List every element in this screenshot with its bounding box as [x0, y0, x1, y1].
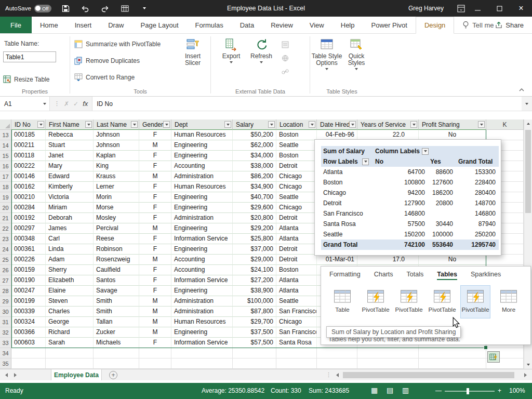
column-header-salary[interactable]: Salary [233, 119, 276, 130]
cell[interactable]: Accounting [171, 161, 233, 171]
qa-button-pivottable-2[interactable]: PivotTable [394, 285, 424, 318]
cell[interactable]: $62,000 [233, 140, 276, 151]
row-header[interactable]: 29 [0, 296, 11, 307]
cell[interactable]: Michaels [94, 338, 139, 348]
cell[interactable]: F [139, 338, 171, 348]
cell[interactable]: $86,200 [233, 171, 276, 182]
cell[interactable]: Chicago [276, 171, 317, 182]
save-button[interactable] [60, 1, 71, 16]
cell[interactable]: 000603 [11, 338, 46, 348]
cell[interactable]: Charles [46, 307, 94, 317]
cell[interactable]: F [139, 130, 171, 140]
cell[interactable]: Engineering [171, 151, 233, 161]
cell[interactable]: 000210 [11, 192, 46, 203]
filter-button[interactable] [422, 148, 429, 155]
cell[interactable]: Human Resources [171, 317, 233, 327]
page-break-view-button[interactable]: ▥ [402, 386, 409, 394]
cell[interactable]: F [139, 213, 171, 223]
quick-analysis-button[interactable] [487, 351, 500, 363]
cell[interactable]: Santos [94, 275, 139, 286]
column-header-gender[interactable]: Gender [139, 119, 171, 130]
cell[interactable]: Stuart [46, 140, 94, 151]
select-all-corner[interactable] [0, 119, 11, 130]
cell[interactable]: Chicago [276, 317, 317, 327]
horizontal-scroll-thumb[interactable] [343, 372, 514, 378]
cell[interactable]: $29,000 [233, 255, 276, 265]
cell[interactable]: Boston [276, 265, 317, 275]
collapse-ribbon-button[interactable] [518, 88, 525, 92]
cell[interactable]: Atlanta [276, 275, 317, 286]
cell[interactable]: F [139, 161, 171, 171]
qa-tab-tables[interactable]: Tables [437, 271, 457, 280]
cell[interactable]: 000226 [11, 255, 46, 265]
cell[interactable]: Chicago [276, 182, 317, 192]
cell[interactable]: San Francisco [276, 307, 317, 317]
cell[interactable]: Administration [171, 171, 233, 182]
row-header[interactable]: 15 [0, 151, 11, 161]
cell[interactable]: $29,600 [233, 203, 276, 213]
cell[interactable] [276, 358, 317, 369]
cell[interactable]: 000146 [11, 171, 46, 182]
ribbon-tab-insert[interactable]: Insert [66, 17, 100, 33]
cell[interactable]: Information Service [171, 275, 233, 286]
cell[interactable]: Reese [94, 234, 139, 244]
cell[interactable]: M [139, 317, 171, 327]
cell[interactable]: Kaplan [94, 151, 139, 161]
cell[interactable]: No [419, 255, 486, 265]
cell[interactable]: $29,700 [233, 317, 276, 327]
ribbon-tab-review[interactable]: Review [262, 17, 301, 33]
cell[interactable]: Engineering [171, 286, 233, 296]
column-header-years-of-service[interactable]: Years of Service [357, 119, 419, 130]
cell[interactable]: Seattle [276, 296, 317, 307]
cell[interactable]: $20,800 [233, 213, 276, 223]
cell[interactable]: $24,100 [233, 265, 276, 275]
scroll-down-button[interactable] [524, 361, 532, 369]
row-header[interactable]: 34 [0, 348, 11, 358]
cell[interactable]: Sarah [46, 338, 94, 348]
tab-scrollbar-splitter[interactable]: ⋮ [326, 369, 331, 380]
cell[interactable]: $25,800 [233, 234, 276, 244]
cell[interactable]: Mosley [94, 213, 139, 223]
cell[interactable]: 000159 [11, 265, 46, 275]
cell[interactable] [357, 358, 419, 369]
cell[interactable]: Santa Rosa [276, 338, 317, 348]
export-button[interactable]: Export [218, 38, 244, 63]
cell[interactable]: Boston [276, 130, 317, 140]
column-header-dept[interactable]: Dept [171, 119, 233, 130]
cell[interactable]: Robinson [94, 244, 139, 255]
cell[interactable]: M [139, 307, 171, 317]
cell[interactable]: Kimberly [46, 182, 94, 192]
cell[interactable]: 000118 [11, 151, 46, 161]
row-header[interactable]: 26 [0, 265, 11, 275]
ribbon-tab-data[interactable]: Data [232, 17, 262, 33]
cell[interactable]: F [139, 182, 171, 192]
cell[interactable]: 000192 [11, 213, 46, 223]
row-header[interactable]: 18 [0, 182, 11, 192]
cell[interactable]: Rebecca [46, 130, 94, 140]
column-header-last-name[interactable]: Last Name [94, 119, 139, 130]
cell[interactable]: $34,900 [233, 182, 276, 192]
cell[interactable]: Carl [46, 234, 94, 244]
cell[interactable]: $87,800 [233, 307, 276, 317]
cell[interactable]: Krauss [94, 171, 139, 182]
cell[interactable]: F [139, 192, 171, 203]
row-header[interactable]: 16 [0, 161, 11, 171]
cell[interactable] [276, 348, 317, 358]
sheet-nav-right-icon[interactable] [14, 373, 17, 377]
cell[interactable]: Deborah [46, 213, 94, 223]
filter-button[interactable] [349, 121, 356, 128]
ribbon-tab-home[interactable]: Home [32, 17, 66, 33]
row-header[interactable]: 33 [0, 338, 11, 348]
filter-button[interactable] [163, 121, 170, 128]
cell[interactable]: Smith [94, 307, 139, 317]
enter-icon[interactable]: ✓ [73, 100, 78, 108]
cell[interactable]: Caulfield [94, 265, 139, 275]
cell[interactable] [357, 348, 419, 358]
autosave-switch[interactable]: Off [34, 5, 52, 12]
cell[interactable]: M [139, 327, 171, 338]
normal-view-button[interactable]: ▦ [371, 386, 378, 394]
cell[interactable]: Engineering [171, 140, 233, 151]
cell[interactable] [171, 358, 233, 369]
filter-button[interactable] [362, 158, 369, 165]
scroll-left-button[interactable] [334, 371, 341, 379]
